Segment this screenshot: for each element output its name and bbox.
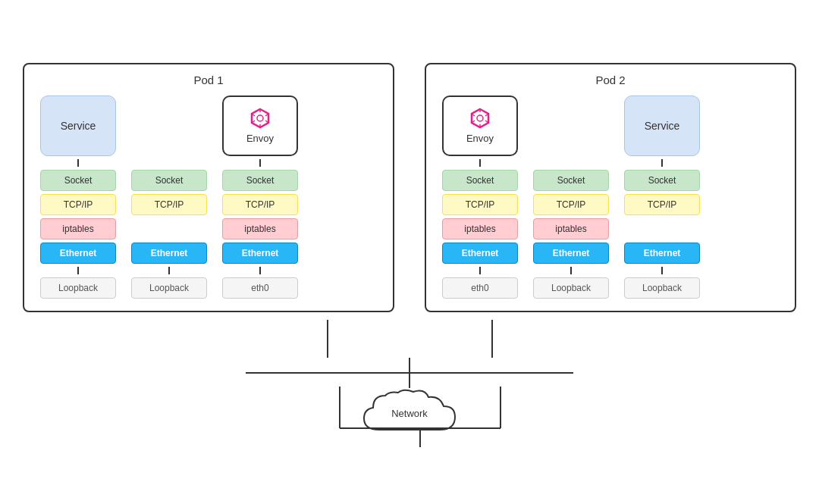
pod2-tcpip-1: TCP/IP [533, 194, 609, 215]
pod2-socket-2: Socket [624, 170, 700, 191]
horiz-line-left [246, 372, 409, 374]
pod2-envoy-icon [469, 108, 491, 131]
pod1-eth-connector-1 [168, 267, 170, 274]
pod1-socket-1: Socket [131, 170, 207, 191]
pod1-columns: Service Socket TCP/IP iptables Ethernet [36, 95, 381, 299]
pod2-service-col: Service Socket TCP/IP Ethernet [620, 95, 704, 299]
pod1-tcpip-2: TCP/IP [222, 194, 298, 215]
pod2-iptables-1: iptables [533, 218, 609, 239]
pod1-middle-col: Socket TCP/IP Ethernet Loopback [127, 99, 211, 299]
pod2-eth-connector-2 [661, 267, 663, 274]
pod1-envoy-icon [249, 108, 271, 131]
pod2-service-connector [661, 159, 663, 167]
pod1-tcpip-0: TCP/IP [40, 194, 116, 215]
pod1-eth-connector-2 [259, 267, 261, 274]
pod1-service-connector [77, 159, 79, 167]
pod2-middle-col: Socket TCP/IP iptables Ethernet Loopback [529, 99, 613, 299]
pod1-service-col: Service Socket TCP/IP iptables Ethernet [36, 95, 120, 299]
main-diagram: Pod 1 Service Socket TCP/IP iptables [8, 55, 811, 449]
pods-container: Pod 1 Service Socket TCP/IP iptables [15, 63, 804, 312]
pod2-envoy-label: Envoy [466, 133, 494, 144]
pod2-network-line [491, 320, 493, 358]
network-lines-top [327, 320, 493, 358]
pod2-tcpip-2: TCP/IP [624, 194, 700, 215]
svg-point-5 [257, 115, 263, 121]
pod2-eth-connector-1 [570, 267, 572, 274]
pod2-socket-1: Socket [533, 170, 609, 191]
pod1-envoy-connector [259, 159, 261, 167]
pod2-envoy-col: Envoy Socket TCP/IP iptables Ethernet [438, 95, 522, 299]
pod1-iptables-0: iptables [40, 218, 116, 239]
svg-point-12 [477, 115, 483, 121]
pod2-iptables-0: iptables [442, 218, 518, 239]
pod1-footer-1: Loopback [131, 277, 207, 299]
network-section: Network [246, 320, 573, 441]
pod2-footer-2: Loopback [624, 277, 700, 299]
pod2-envoy-box: Envoy [442, 95, 518, 156]
pod1-socket-0: Socket [40, 170, 116, 191]
pod2-socket-0: Socket [442, 170, 518, 191]
pod2-eth-connector-0 [479, 267, 481, 274]
pod1-tcpip-1: TCP/IP [131, 194, 207, 215]
horiz-line-right [410, 372, 573, 374]
pod1-footer-0: Loopback [40, 277, 116, 299]
pod1-title: Pod 1 [36, 74, 381, 86]
pod1-network-line [327, 320, 328, 358]
pod1-ethernet-2: Ethernet [222, 243, 298, 264]
pod1-envoy-box: Envoy [222, 95, 298, 156]
pod1-envoy-col: Envoy Socket TCP/IP iptables Ethernet [218, 95, 302, 299]
pod2-title: Pod 2 [438, 74, 783, 86]
pod2-service-box: Service [624, 95, 700, 156]
network-cloud: Network [356, 388, 463, 441]
pod1-envoy-label: Envoy [246, 133, 274, 144]
pod1-ethernet-1: Ethernet [131, 243, 207, 264]
pod2-ethernet-0: Ethernet [442, 243, 518, 264]
pod2-box: Pod 2 Envoy Socket [425, 63, 796, 312]
pod2-service-label: Service [645, 120, 680, 132]
pod1-footer-2: eth0 [222, 277, 298, 299]
pod1-service-label: Service [61, 120, 96, 132]
pod1-socket-2: Socket [222, 170, 298, 191]
pod2-footer-0: eth0 [442, 277, 518, 299]
pod2-ethernet-2: Ethernet [624, 243, 700, 264]
pod2-columns: Envoy Socket TCP/IP iptables Ethernet [438, 95, 783, 299]
pod1-service-box: Service [40, 95, 116, 156]
pod2-envoy-connector [479, 159, 481, 167]
pod2-footer-1: Loopback [533, 277, 609, 299]
network-horizontal [246, 358, 573, 388]
network-label: Network [391, 408, 428, 419]
pod1-ethernet-0: Ethernet [40, 243, 116, 264]
pod2-ethernet-1: Ethernet [533, 243, 609, 264]
pod1-eth-connector-0 [77, 267, 79, 274]
pod2-tcpip-0: TCP/IP [442, 194, 518, 215]
pod1-iptables-2: iptables [222, 218, 298, 239]
pod1-box: Pod 1 Service Socket TCP/IP iptables [23, 63, 394, 312]
